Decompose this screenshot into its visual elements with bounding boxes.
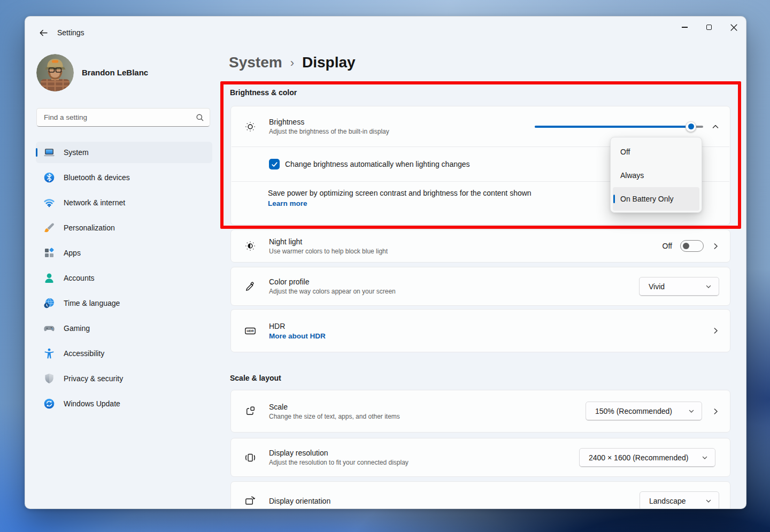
brightness-title: Brightness bbox=[269, 118, 389, 126]
night-light-toggle[interactable] bbox=[680, 240, 704, 252]
sidebar-item-windows-update[interactable]: Windows Update bbox=[36, 393, 212, 414]
svg-text:HDR: HDR bbox=[247, 329, 255, 333]
brightness-slider[interactable] bbox=[535, 121, 703, 132]
display-orientation-value: Landscape bbox=[649, 497, 686, 505]
hdr-title: HDR bbox=[269, 322, 326, 330]
night-light-toggle-state: Off bbox=[663, 242, 672, 250]
scale-dropdown[interactable]: 150% (Recommended) bbox=[586, 402, 702, 421]
chevron-down-icon bbox=[702, 454, 708, 461]
sidebar-item-accessibility[interactable]: Accessibility bbox=[36, 343, 212, 364]
chevron-down-icon bbox=[705, 498, 712, 504]
sidebar-item-personalization[interactable]: Personalization bbox=[36, 217, 212, 238]
color-profile-dropdown[interactable]: Vivid bbox=[639, 277, 719, 296]
brightness-sun-icon bbox=[244, 121, 256, 133]
color-profile-subtitle: Adjust the way colors appear on your scr… bbox=[269, 288, 396, 295]
network-wifi-icon bbox=[43, 197, 55, 209]
more-about-hdr-link[interactable]: More about HDR bbox=[269, 332, 326, 340]
accounts-person-icon bbox=[43, 272, 55, 284]
sidebar-item-label: Accounts bbox=[64, 274, 95, 282]
hdr-card[interactable]: HDR HDR More about HDR bbox=[230, 309, 730, 352]
close-button[interactable] bbox=[721, 17, 746, 38]
minimize-button[interactable] bbox=[672, 17, 697, 38]
display-orientation-card: Display orientation Landscape bbox=[230, 481, 730, 509]
gaming-controller-icon bbox=[43, 322, 55, 334]
display-orientation-icon bbox=[244, 495, 256, 507]
accessibility-person-icon bbox=[43, 348, 55, 359]
night-light-title: Night light bbox=[269, 237, 388, 246]
display-orientation-title: Display orientation bbox=[269, 497, 330, 505]
sidebar-item-label: Privacy & security bbox=[64, 374, 123, 383]
display-resolution-card: Display resolution Adjust the resolution… bbox=[230, 438, 730, 477]
user-name: Brandon LeBlanc bbox=[82, 64, 148, 82]
flyout-option-off[interactable]: Off bbox=[613, 140, 699, 164]
chevron-right-icon bbox=[712, 408, 719, 415]
sidebar-item-label: Gaming bbox=[64, 324, 90, 333]
maximize-icon bbox=[706, 25, 712, 30]
sidebar-item-label: System bbox=[64, 148, 89, 157]
display-orientation-dropdown[interactable]: Landscape bbox=[640, 491, 719, 509]
scale-subtitle: Change the size of text, apps, and other… bbox=[269, 413, 400, 420]
brightness-subtitle: Adjust the brightness of the built-in di… bbox=[269, 128, 389, 135]
flyout-option-on-battery-only[interactable]: On Battery Only bbox=[613, 187, 699, 211]
maximize-button[interactable] bbox=[697, 17, 721, 38]
color-profile-title: Color profile bbox=[269, 277, 396, 286]
bluetooth-icon bbox=[43, 172, 55, 183]
night-light-card[interactable]: Night light Use warmer colors to help bl… bbox=[230, 229, 730, 263]
scale-value: 150% (Recommended) bbox=[595, 407, 672, 415]
minimize-icon bbox=[682, 27, 688, 27]
system-laptop-icon bbox=[43, 147, 55, 158]
personalization-brush-icon bbox=[43, 222, 55, 234]
window-controls bbox=[672, 17, 746, 38]
night-light-subtitle: Use warmer colors to help block blue lig… bbox=[269, 248, 388, 255]
section-heading-scale-layout: Scale & layout bbox=[230, 374, 281, 382]
section-heading-brightness-color: Brightness & color bbox=[230, 88, 297, 97]
apps-grid-icon bbox=[43, 247, 55, 259]
breadcrumb-system[interactable]: System bbox=[229, 54, 282, 71]
chevron-right-icon bbox=[712, 327, 719, 334]
color-profile-value: Vivid bbox=[649, 282, 665, 291]
sidebar-item-label: Bluetooth & devices bbox=[64, 173, 130, 182]
night-light-chevron bbox=[712, 242, 719, 250]
scale-icon bbox=[244, 405, 256, 417]
avatar[interactable] bbox=[36, 54, 74, 91]
sidebar-item-network-internet[interactable]: Network & internet bbox=[36, 192, 212, 213]
display-resolution-icon bbox=[244, 452, 256, 464]
windows-update-sync-icon bbox=[43, 398, 55, 410]
scale-chevron bbox=[712, 407, 719, 415]
hdr-icon: HDR bbox=[244, 325, 256, 337]
sidebar-item-label: Windows Update bbox=[64, 399, 120, 408]
sidebar-item-label: Apps bbox=[64, 249, 81, 257]
color-profile-card: Color profile Adjust the way colors appe… bbox=[230, 267, 730, 306]
hdr-chevron bbox=[712, 327, 719, 335]
chevron-down-icon bbox=[705, 283, 712, 290]
search-icon bbox=[196, 113, 204, 122]
sidebar-item-apps[interactable]: Apps bbox=[36, 242, 212, 264]
sidebar-item-gaming[interactable]: Gaming bbox=[36, 318, 212, 339]
page-title: Display bbox=[302, 54, 356, 71]
scale-card[interactable]: Scale Change the size of text, apps, and… bbox=[230, 390, 730, 433]
search-input[interactable] bbox=[44, 113, 196, 121]
back-arrow-icon bbox=[38, 28, 49, 38]
sidebar-item-time-language[interactable]: Time & language bbox=[36, 292, 212, 314]
sidebar-item-label: Personalization bbox=[64, 223, 115, 232]
display-resolution-subtitle: Adjust the resolution to fit your connec… bbox=[269, 459, 409, 466]
sidebar-item-privacy-security[interactable]: Privacy & security bbox=[36, 368, 212, 389]
app-title: Settings bbox=[57, 28, 84, 37]
chevron-down-icon bbox=[688, 408, 695, 414]
scale-title: Scale bbox=[269, 403, 400, 411]
brightness-slider-thumb[interactable] bbox=[686, 121, 696, 132]
flyout-option-always[interactable]: Always bbox=[613, 164, 699, 187]
auto-brightness-mode-flyout: Off Always On Battery Only bbox=[610, 137, 702, 213]
close-icon bbox=[730, 24, 737, 31]
back-button[interactable] bbox=[34, 25, 52, 41]
auto-brightness-checkbox[interactable] bbox=[269, 159, 280, 169]
brightness-slider-fill bbox=[535, 126, 691, 128]
sidebar-item-bluetooth-devices[interactable]: Bluetooth & devices bbox=[36, 167, 212, 188]
sidebar-item-system[interactable]: System bbox=[36, 142, 212, 163]
chevron-right-icon bbox=[712, 243, 719, 250]
display-resolution-value: 2400 × 1600 (Recommended) bbox=[589, 453, 688, 462]
brightness-collapse-button[interactable] bbox=[712, 123, 719, 130]
sidebar-item-accounts[interactable]: Accounts bbox=[36, 267, 212, 289]
breadcrumb: System › Display bbox=[229, 54, 356, 71]
display-resolution-dropdown[interactable]: 2400 × 1600 (Recommended) bbox=[579, 448, 715, 467]
